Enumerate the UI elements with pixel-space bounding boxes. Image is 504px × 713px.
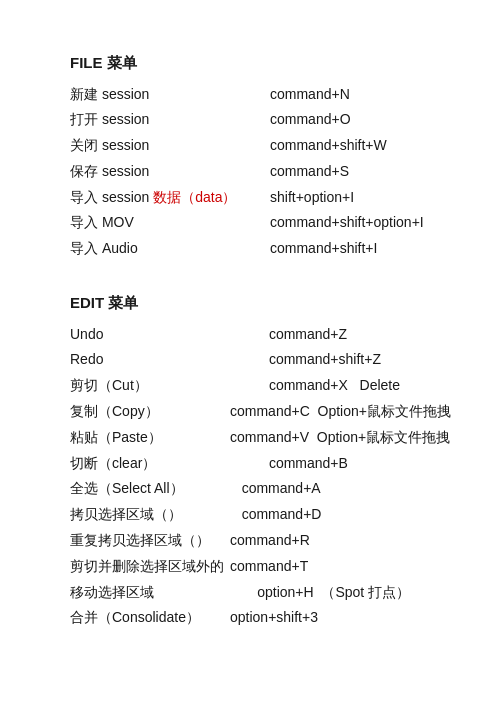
file-section: FILE 菜单 新建 session command+N 打开 session … bbox=[70, 50, 434, 262]
table-row: 剪切并删除选择区域外的 command+T bbox=[70, 554, 451, 580]
menu-item-shortcut: command+shift+option+I bbox=[270, 210, 434, 236]
edit-section: EDIT 菜单 Undo command+Z Redo command+shif… bbox=[70, 290, 434, 631]
table-row: 合并（Consolidate） option+shift+3 bbox=[70, 605, 451, 631]
table-row: 导入 MOV command+shift+option+I bbox=[70, 210, 434, 236]
menu-item-label: 剪切（Cut） bbox=[70, 373, 230, 399]
menu-item-shortcut: option+H （Spot 打点） bbox=[230, 580, 451, 606]
table-row: 切断（clear） command+B bbox=[70, 451, 451, 477]
menu-item-label: 导入 MOV bbox=[70, 210, 270, 236]
menu-item-shortcut: command+T bbox=[230, 554, 451, 580]
menu-item-label: 关闭 session bbox=[70, 133, 270, 159]
menu-item-label: 复制（Copy） bbox=[70, 399, 230, 425]
menu-item-shortcut: command+shift+I bbox=[270, 236, 434, 262]
menu-item-label: 新建 session bbox=[70, 82, 270, 108]
table-row: 保存 session command+S bbox=[70, 159, 434, 185]
menu-item-label: 移动选择区域 bbox=[70, 580, 230, 606]
table-row: 粘贴（Paste） command+V Option+鼠标文件拖拽 bbox=[70, 425, 451, 451]
menu-item-label: 导入 Audio bbox=[70, 236, 270, 262]
menu-item-shortcut: command+R bbox=[230, 528, 451, 554]
menu-item-shortcut: command+O bbox=[270, 107, 434, 133]
menu-item-label: 保存 session bbox=[70, 159, 270, 185]
table-row: 打开 session command+O bbox=[70, 107, 434, 133]
menu-item-shortcut: shift+option+I bbox=[270, 185, 434, 211]
menu-item-label: 合并（Consolidate） bbox=[70, 605, 230, 631]
table-row: Redo command+shift+Z bbox=[70, 347, 451, 373]
edit-section-title: EDIT 菜单 bbox=[70, 290, 434, 316]
table-row: 复制（Copy） command+C Option+鼠标文件拖拽 bbox=[70, 399, 451, 425]
table-row: 导入 Audio command+shift+I bbox=[70, 236, 434, 262]
menu-item-label: Redo bbox=[70, 347, 230, 373]
menu-item-shortcut: option+shift+3 bbox=[230, 605, 451, 631]
menu-item-label: Undo bbox=[70, 322, 230, 348]
menu-item-label: 全选（Select All） bbox=[70, 476, 230, 502]
menu-item-shortcut: command+B bbox=[230, 451, 451, 477]
edit-menu-table: Undo command+Z Redo command+shift+Z 剪切（C… bbox=[70, 322, 451, 632]
menu-item-shortcut: command+shift+Z bbox=[230, 347, 451, 373]
menu-item-label: 切断（clear） bbox=[70, 451, 230, 477]
menu-item-label: 重复拷贝选择区域（） bbox=[70, 528, 230, 554]
menu-item-shortcut: command+A bbox=[230, 476, 451, 502]
menu-item-shortcut: command+C Option+鼠标文件拖拽 bbox=[230, 399, 451, 425]
menu-item-label: 粘贴（Paste） bbox=[70, 425, 230, 451]
table-row: 新建 session command+N bbox=[70, 82, 434, 108]
table-row: 移动选择区域 option+H （Spot 打点） bbox=[70, 580, 451, 606]
table-row: 剪切（Cut） command+X Delete bbox=[70, 373, 451, 399]
menu-item-shortcut: command+D bbox=[230, 502, 451, 528]
table-row: 导入 session 数据（data） shift+option+I bbox=[70, 185, 434, 211]
red-text: 数据（data） bbox=[153, 189, 236, 205]
file-menu-table: 新建 session command+N 打开 session command+… bbox=[70, 82, 434, 263]
menu-item-shortcut: command+shift+W bbox=[270, 133, 434, 159]
file-section-title: FILE 菜单 bbox=[70, 50, 434, 76]
menu-item-label: 导入 session 数据（data） bbox=[70, 185, 270, 211]
table-row: 全选（Select All） command+A bbox=[70, 476, 451, 502]
menu-item-shortcut: command+S bbox=[270, 159, 434, 185]
menu-item-shortcut: command+N bbox=[270, 82, 434, 108]
menu-item-shortcut: command+Z bbox=[230, 322, 451, 348]
table-row: 拷贝选择区域（） command+D bbox=[70, 502, 451, 528]
table-row: 重复拷贝选择区域（） command+R bbox=[70, 528, 451, 554]
section-gap bbox=[70, 262, 434, 290]
menu-item-label: 打开 session bbox=[70, 107, 270, 133]
menu-item-shortcut: command+X Delete bbox=[230, 373, 451, 399]
menu-item-shortcut: command+V Option+鼠标文件拖拽 bbox=[230, 425, 451, 451]
menu-item-label: 拷贝选择区域（） bbox=[70, 502, 230, 528]
table-row: Undo command+Z bbox=[70, 322, 451, 348]
table-row: 关闭 session command+shift+W bbox=[70, 133, 434, 159]
menu-item-label: 剪切并删除选择区域外的 bbox=[70, 554, 230, 580]
